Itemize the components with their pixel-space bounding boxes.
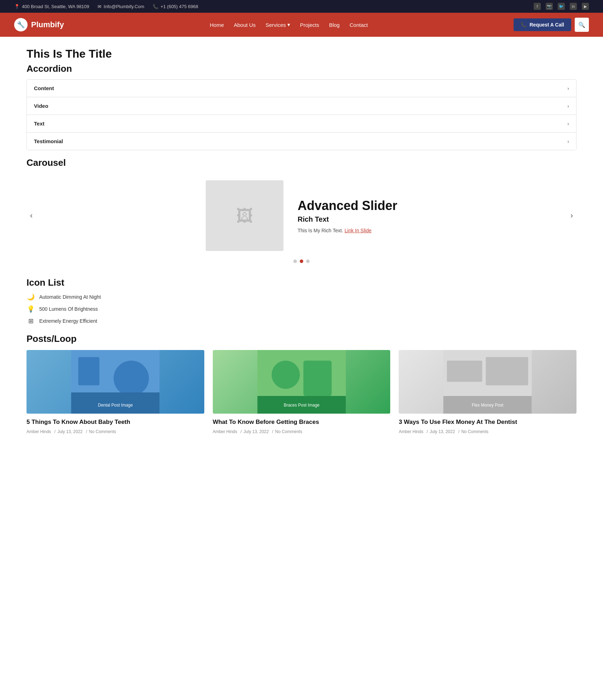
post-comments-2: No Comments	[275, 429, 302, 434]
address-item: 📍 400 Broad St, Seattle, WA 98109	[14, 4, 89, 9]
main-content: This Is The Title Accordion Content › Vi…	[0, 37, 603, 448]
youtube-icon[interactable]: ▶	[582, 3, 589, 10]
post-date-1: July 13, 2022	[57, 429, 82, 434]
post-meta-3: Amber Hinds / July 13, 2022 / No Comment…	[399, 429, 576, 434]
carousel-link[interactable]: Link In Slide	[345, 228, 371, 233]
search-icon: 🔍	[578, 22, 585, 28]
list-item: ⊞ Extremely Energy Efficient	[27, 317, 576, 325]
icon-list-section: Icon List 🌙 Automatic Dimming At Night 💡…	[27, 277, 576, 325]
phone-item: 📞 +1 (605) 475 6968	[153, 4, 198, 9]
svg-rect-12	[486, 357, 528, 385]
address-text: 400 Broad St, Seattle, WA 98109	[22, 4, 89, 9]
accordion-item-video[interactable]: Video ›	[27, 97, 576, 115]
posts-heading: Posts/Loop	[27, 333, 576, 344]
post-date-3: July 13, 2022	[430, 429, 455, 434]
chevron-right-icon: ›	[567, 121, 569, 127]
post-card: Dental Post Image 5 Things To Know About…	[27, 350, 204, 434]
chevron-right-icon: ›	[567, 103, 569, 109]
carousel-container: ‹ 🖼 Advanced Slider Rich Text This Is My…	[27, 173, 576, 255]
phone-icon: 📞	[153, 4, 158, 9]
post-title-3[interactable]: 3 Ways To Use Flex Money At The Dentist	[399, 419, 576, 426]
carousel-slide: 🖼 Advanced Slider Rich Text This Is My R…	[188, 180, 415, 251]
accordion-item-text[interactable]: Text ›	[27, 115, 576, 133]
post-comments-1: No Comments	[89, 429, 116, 434]
top-bar-contact: 📍 400 Broad St, Seattle, WA 98109 ✉ Info…	[14, 4, 198, 9]
list-item: 💡 500 Lumens Of Brightness	[27, 305, 576, 313]
accordion-item-testimonial[interactable]: Testimonial ›	[27, 133, 576, 150]
logo-text: Plumbify	[31, 20, 64, 29]
icon-list-label: 500 Lumens Of Brightness	[39, 306, 98, 312]
svg-rect-11	[447, 361, 482, 382]
request-call-button[interactable]: 📞 Request A Call	[514, 18, 571, 31]
social-links: f 📷 🐦 in ▶	[534, 3, 589, 10]
phone-call-icon: 📞	[521, 22, 527, 28]
instagram-icon[interactable]: 📷	[546, 3, 553, 10]
carousel-dot-3[interactable]	[306, 259, 310, 263]
top-bar: 📍 400 Broad St, Seattle, WA 98109 ✉ Info…	[0, 0, 603, 13]
icon-list-label: Automatic Dimming At Night	[39, 294, 101, 300]
nav-blog[interactable]: Blog	[329, 22, 340, 28]
post-author-2: Amber Hinds	[213, 429, 237, 434]
icon-list: 🌙 Automatic Dimming At Night 💡 500 Lumen…	[27, 293, 576, 325]
svg-point-2	[113, 361, 149, 396]
logo-icon: 🔧	[14, 18, 28, 31]
email-item: ✉ Info@Plumbify.Com	[98, 4, 144, 9]
facebook-icon[interactable]: f	[534, 3, 541, 10]
site-logo[interactable]: 🔧 Plumbify	[14, 18, 64, 31]
carousel-dot-1[interactable]	[293, 259, 297, 263]
chevron-down-icon: ▾	[287, 22, 290, 28]
email-icon: ✉	[98, 4, 101, 9]
phone-text: +1 (605) 475 6968	[160, 4, 198, 9]
posts-grid: Dental Post Image 5 Things To Know About…	[27, 350, 576, 434]
nav-about[interactable]: About Us	[234, 22, 256, 28]
carousel-section: Carousel ‹ 🖼 Advanced Slider Rich Text T…	[27, 157, 576, 267]
nav-projects[interactable]: Projects	[300, 22, 319, 28]
posts-section: Posts/Loop Dental Post Image 5 Things To…	[27, 333, 576, 434]
carousel-subtitle: Rich Text	[298, 215, 397, 223]
post-image-3: Flex Money Post	[399, 350, 576, 414]
post-date-2: July 13, 2022	[244, 429, 269, 434]
nav-services[interactable]: Services ▾	[265, 22, 290, 28]
post-title-1[interactable]: 5 Things To Know About Baby Teeth	[27, 419, 204, 426]
post-meta-1: Amber Hinds / July 13, 2022 / No Comment…	[27, 429, 204, 434]
carousel-dot-2[interactable]	[300, 259, 303, 263]
post-author-3: Amber Hinds	[399, 429, 423, 434]
search-button[interactable]: 🔍	[575, 18, 589, 32]
grid-icon: ⊞	[27, 317, 35, 325]
icon-list-label: Extremely Energy Efficient	[39, 318, 97, 324]
moon-icon: 🌙	[27, 293, 35, 301]
carousel-dots	[27, 259, 576, 267]
svg-text:Dental Post Image: Dental Post Image	[98, 403, 133, 408]
image-placeholder-icon: 🖼	[236, 206, 253, 226]
post-meta-2: Amber Hinds / July 13, 2022 / No Comment…	[213, 429, 391, 434]
post-author-1: Amber Hinds	[27, 429, 51, 434]
svg-rect-7	[303, 361, 332, 396]
carousel-prev-button[interactable]: ‹	[27, 208, 36, 224]
carousel-title: Advanced Slider	[298, 198, 397, 213]
main-nav: Home About Us Services ▾ Projects Blog C…	[210, 22, 368, 28]
carousel-heading: Carousel	[27, 157, 576, 168]
nav-contact[interactable]: Contact	[350, 22, 368, 28]
post-title-2[interactable]: What To Know Before Getting Braces	[213, 419, 391, 426]
linkedin-icon[interactable]: in	[570, 3, 577, 10]
svg-text:Braces Post Image: Braces Post Image	[283, 403, 320, 408]
post-image-2: Braces Post Image	[213, 350, 391, 414]
post-card: Flex Money Post 3 Ways To Use Flex Money…	[399, 350, 576, 434]
carousel-text: Advanced Slider Rich Text This Is My Ric…	[298, 198, 397, 233]
nav-home[interactable]: Home	[210, 22, 224, 28]
twitter-icon[interactable]: 🐦	[558, 3, 565, 10]
chevron-right-icon: ›	[567, 86, 569, 91]
svg-point-6	[271, 361, 300, 389]
accordion-item-content[interactable]: Content ›	[27, 80, 576, 97]
carousel-image: 🖼	[206, 180, 283, 251]
accordion: Content › Video › Text › Testimonial ›	[27, 79, 576, 150]
carousel-next-button[interactable]: ›	[567, 208, 576, 224]
svg-text:Flex Money Post: Flex Money Post	[472, 403, 504, 408]
carousel-description: This Is My Rich Text. Link In Slide	[298, 228, 397, 233]
page-title: This Is The Title	[27, 47, 576, 60]
site-header: 🔧 Plumbify Home About Us Services ▾ Proj…	[0, 13, 603, 37]
bulb-icon: 💡	[27, 305, 35, 313]
email-text: Info@Plumbify.Com	[104, 4, 144, 9]
icon-list-heading: Icon List	[27, 277, 576, 288]
chevron-right-icon: ›	[567, 139, 569, 144]
